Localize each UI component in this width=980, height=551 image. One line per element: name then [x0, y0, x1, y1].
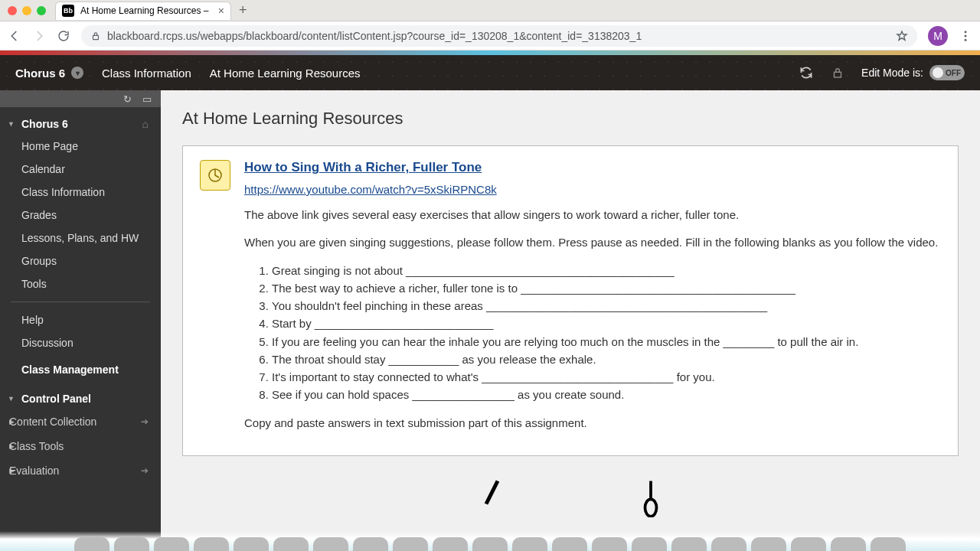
url-text: blackboard.rcps.us/webapps/blackboard/co…: [107, 30, 642, 42]
content-area: At Home Learning Resources How to Sing W…: [161, 90, 980, 551]
new-tab-button[interactable]: +: [239, 2, 247, 18]
list-item: Great singing is not about _____________…: [272, 262, 941, 279]
home-icon[interactable]: ⌂: [142, 118, 149, 130]
guitar-icon: [639, 479, 662, 517]
profile-avatar[interactable]: M: [928, 26, 948, 46]
list-item: You shouldn't feel pinching in these are…: [272, 297, 941, 315]
content-item: How to Sing With a Richer, Fuller Tone h…: [182, 145, 959, 456]
forward-icon[interactable]: [32, 29, 46, 43]
svg-rect-0: [93, 35, 99, 39]
item-title-link[interactable]: How to Sing With a Richer, Fuller Tone: [244, 160, 482, 175]
sidebar-item-lessons[interactable]: Lessons, Plans, and HW: [0, 227, 161, 249]
course-title[interactable]: Chorus 6 ▾: [15, 67, 83, 80]
sidebar-item-calendar[interactable]: Calendar: [0, 158, 161, 181]
refresh-icon[interactable]: ↻: [123, 93, 132, 105]
lock-icon: [90, 31, 101, 41]
breadcrumb[interactable]: At Home Learning Resources: [210, 67, 361, 80]
toggle-off[interactable]: OFF: [929, 65, 965, 80]
close-tab-icon[interactable]: ×: [218, 5, 224, 17]
list-item: Start by ____________________________: [272, 315, 941, 332]
list-item: See if you can hold spaces _____________…: [272, 386, 941, 403]
breadcrumb[interactable]: Class Information: [102, 67, 191, 80]
sidebar-item-tools[interactable]: Tools: [0, 272, 161, 295]
sidebar-toolbar: ↻ ▭: [0, 90, 161, 107]
sidebar-course-heading[interactable]: Chorus 6 ⌂: [0, 107, 161, 135]
window-titlebar: Bb At Home Learning Resources – × +: [0, 0, 980, 21]
course-sidebar: ↻ ▭ Chorus 6 ⌂ Home Page Calendar Class …: [0, 90, 161, 551]
assignment-icon: [200, 160, 230, 191]
decorative-graphic: [182, 479, 959, 517]
list-item: If you are feeling you can hear the inha…: [272, 333, 941, 350]
back-icon[interactable]: [8, 29, 21, 43]
menu-icon[interactable]: [959, 29, 972, 43]
sidebar-item-content-collection[interactable]: ▶Content Collection➔: [0, 409, 161, 434]
traffic-lights[interactable]: [8, 6, 46, 15]
tab-title: At Home Learning Resources –: [80, 5, 208, 16]
list-item: The throat should stay ___________ as yo…: [272, 350, 941, 368]
sidebar-heading-cp[interactable]: Control Panel: [0, 382, 161, 409]
browser-toolbar: blackboard.rcps.us/webapps/blackboard/co…: [0, 21, 980, 51]
browser-tab[interactable]: Bb At Home Learning Resources – ×: [55, 2, 231, 20]
reload-icon[interactable]: [57, 29, 70, 43]
sync-icon[interactable]: [799, 65, 814, 80]
lock-icon[interactable]: [831, 66, 844, 80]
arrow-right-icon: ➔: [141, 465, 149, 476]
sidebar-item-discussion[interactable]: Discussion: [0, 331, 161, 354]
svg-point-3: [965, 38, 967, 41]
macos-dock[interactable]: [60, 537, 920, 551]
sidebar-item-home[interactable]: Home Page: [0, 135, 161, 158]
page-title: At Home Learning Resources: [182, 109, 959, 129]
blackboard-favicon: Bb: [62, 5, 74, 17]
chevron-down-icon[interactable]: ▾: [71, 67, 83, 79]
item-url-link[interactable]: https://www.youtube.com/watch?v=5xSkiRPN…: [244, 183, 497, 196]
arrow-right-icon: ➔: [141, 416, 149, 427]
list-item: It's important to stay connected to what…: [272, 368, 941, 386]
item-intro: The above link gives several easy exerci…: [244, 207, 941, 223]
sidebar-item-groups[interactable]: Groups: [0, 249, 161, 272]
sidebar-item-grades[interactable]: Grades: [0, 204, 161, 227]
blanks-list: Great singing is not about _____________…: [272, 262, 941, 404]
folder-icon[interactable]: ▭: [142, 93, 152, 105]
edit-mode-toggle[interactable]: Edit Mode is: OFF: [861, 65, 965, 80]
sidebar-heading-mgmt: Class Management: [0, 354, 161, 382]
svg-point-2: [965, 34, 967, 37]
sidebar-item-classinfo[interactable]: Class Information: [0, 181, 161, 204]
list-item: The best way to achieve a richer, fuller…: [272, 279, 941, 297]
sidebar-item-class-tools[interactable]: ▶Class Tools: [0, 434, 161, 458]
item-closing: Copy and paste answers in text submissio…: [244, 415, 941, 432]
guitar-icon: [479, 479, 501, 517]
sidebar-item-evaluation[interactable]: ▶Evaluation➔: [0, 458, 161, 483]
address-bar[interactable]: blackboard.rcps.us/webapps/blackboard/co…: [81, 25, 917, 47]
svg-rect-4: [835, 72, 841, 77]
sidebar-item-help[interactable]: Help: [0, 308, 161, 331]
star-icon[interactable]: [896, 29, 908, 43]
svg-point-1: [965, 31, 967, 33]
course-header: Chorus 6 ▾ Class Information At Home Lea…: [0, 55, 980, 90]
item-directions: When you are given singing suggestions, …: [244, 234, 941, 251]
svg-point-6: [645, 500, 657, 517]
